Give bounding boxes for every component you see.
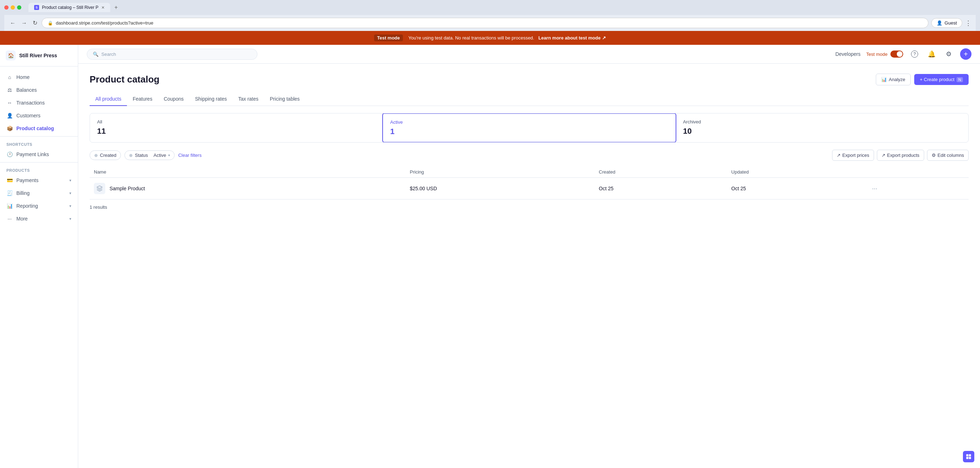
status-filter[interactable]: ⊗ Status Active ▾ bbox=[124, 150, 175, 160]
traffic-lights bbox=[4, 5, 21, 10]
tab-title: Product catalog – Still River P bbox=[42, 5, 99, 10]
tab-close-button[interactable]: ✕ bbox=[101, 5, 105, 10]
product-table: Name Pricing Created Updated bbox=[90, 166, 969, 199]
forward-button[interactable]: → bbox=[20, 19, 29, 28]
sidebar-item-balances[interactable]: ⚖ Balances bbox=[0, 84, 78, 96]
help-button[interactable]: ? bbox=[909, 48, 920, 60]
notifications-button[interactable]: 🔔 bbox=[926, 48, 937, 60]
refresh-button[interactable]: ↻ bbox=[31, 18, 39, 28]
new-tab-button[interactable]: + bbox=[111, 3, 121, 12]
product-catalog-icon: 📦 bbox=[6, 125, 13, 132]
browser-menu-button[interactable]: ⋮ bbox=[965, 19, 972, 27]
created-filter[interactable]: ⊕ Created bbox=[90, 150, 121, 160]
tab-pricing-tables[interactable]: Pricing tables bbox=[264, 92, 305, 106]
sidebar: 🏠 Still River Press ⌂ Home ⚖ Balances ↔ … bbox=[0, 45, 78, 468]
sidebar-item-label: Product catalog bbox=[16, 126, 54, 131]
status-card-active-value: 1 bbox=[390, 127, 668, 136]
help-icon: ? bbox=[911, 51, 918, 57]
status-card-archived-value: 10 bbox=[683, 127, 961, 136]
row-menu-button[interactable]: ··· bbox=[869, 183, 880, 194]
product-icon bbox=[94, 183, 105, 194]
edit-columns-button[interactable]: ⚙ Edit columns bbox=[927, 150, 969, 161]
guest-button[interactable]: 👤 Guest bbox=[931, 18, 962, 28]
status-cards: All 11 Active 1 Archived 10 bbox=[90, 113, 969, 143]
status-filter-label: Status bbox=[135, 153, 148, 158]
sidebar-item-more[interactable]: ··· More ▾ bbox=[0, 212, 78, 225]
page-title: Product catalog bbox=[90, 74, 159, 85]
status-card-all-value: 11 bbox=[97, 127, 375, 136]
home-icon: ⌂ bbox=[6, 74, 13, 80]
page-header: Product catalog 📊 Analyze + Create produ… bbox=[90, 73, 969, 85]
sidebar-item-reporting[interactable]: 📊 Reporting ▾ bbox=[0, 199, 78, 212]
status-card-archived[interactable]: Archived 10 bbox=[676, 113, 968, 142]
sidebar-item-payments[interactable]: 💳 Payments ▾ bbox=[0, 174, 78, 187]
results-count: 1 results bbox=[90, 204, 969, 210]
export-products-icon: ↗ bbox=[881, 153, 885, 158]
add-button[interactable]: + bbox=[960, 48, 972, 60]
address-bar-container: ← → ↻ 🔒 dashboard.stripe.com/test/produc… bbox=[4, 15, 976, 31]
sidebar-item-product-catalog[interactable]: 📦 Product catalog bbox=[0, 122, 78, 135]
back-button[interactable]: ← bbox=[8, 19, 17, 28]
search-box[interactable]: 🔍 Search bbox=[87, 49, 258, 60]
chevron-down-icon: ▾ bbox=[69, 204, 72, 209]
chevron-down-icon: ▾ bbox=[168, 153, 170, 157]
tab-features[interactable]: Features bbox=[127, 92, 158, 106]
table-row[interactable]: Sample Product $25.00 USD Oct 25 Oct 25 … bbox=[90, 178, 969, 199]
product-name: Sample Product bbox=[110, 186, 145, 191]
minimize-window-button[interactable] bbox=[11, 5, 15, 10]
table-body: Sample Product $25.00 USD Oct 25 Oct 25 … bbox=[90, 178, 969, 199]
learn-more-link[interactable]: Learn more about test mode ↗ bbox=[538, 35, 606, 41]
svg-rect-0 bbox=[966, 454, 968, 456]
clear-filters-button[interactable]: Clear filters bbox=[178, 153, 202, 158]
sidebar-item-label: Customers bbox=[16, 113, 41, 118]
tab-shipping-rates[interactable]: Shipping rates bbox=[189, 92, 232, 106]
product-tabs: All products Features Coupons Shipping r… bbox=[90, 92, 969, 106]
product-created: Oct 25 bbox=[595, 178, 727, 199]
tab-all-products[interactable]: All products bbox=[90, 92, 127, 106]
chevron-down-icon: ▾ bbox=[69, 216, 72, 221]
export-prices-button[interactable]: ↗ Export prices bbox=[832, 150, 874, 161]
analyze-button[interactable]: 📊 Analyze bbox=[876, 73, 911, 85]
filters-right-actions: ↗ Export prices ↗ Export products ⚙ Edit… bbox=[832, 150, 969, 161]
sidebar-item-transactions[interactable]: ↔ Transactions bbox=[0, 96, 78, 109]
sidebar-item-label: Home bbox=[16, 74, 30, 80]
tab-coupons[interactable]: Coupons bbox=[158, 92, 189, 106]
page-content: Product catalog 📊 Analyze + Create produ… bbox=[78, 64, 980, 468]
status-card-active[interactable]: Active 1 bbox=[382, 113, 676, 143]
test-mode-switch[interactable] bbox=[890, 51, 903, 57]
export-products-button[interactable]: ↗ Export products bbox=[877, 150, 924, 161]
sidebar-item-label: Payments bbox=[16, 177, 38, 183]
sidebar-item-home[interactable]: ⌂ Home bbox=[0, 71, 78, 84]
create-product-button[interactable]: + Create product N bbox=[914, 74, 969, 85]
col-updated: Updated bbox=[727, 166, 865, 178]
test-mode-label: Test mode bbox=[866, 52, 888, 57]
main-area: 🔍 Search Developers Test mode ? 🔔 bbox=[78, 45, 980, 468]
shortcuts-label: Shortcuts bbox=[0, 138, 78, 148]
product-name-cell: Sample Product bbox=[94, 183, 401, 194]
col-created: Created bbox=[595, 166, 727, 178]
col-name: Name bbox=[90, 166, 406, 178]
sidebar-item-payment-links[interactable]: 🕐 Payment Links bbox=[0, 148, 78, 161]
bell-icon: 🔔 bbox=[928, 50, 935, 58]
tab-tax-rates[interactable]: Tax rates bbox=[232, 92, 264, 106]
app-layout: 🏠 Still River Press ⌂ Home ⚖ Balances ↔ … bbox=[0, 45, 980, 468]
settings-button[interactable]: ⚙ bbox=[943, 48, 955, 60]
sidebar-nav: ⌂ Home ⚖ Balances ↔ Transactions 👤 Custo… bbox=[0, 67, 78, 229]
sidebar-item-label: More bbox=[16, 216, 28, 221]
top-header: 🔍 Search Developers Test mode ? 🔔 bbox=[78, 45, 980, 64]
chevron-down-icon: ▾ bbox=[69, 178, 72, 183]
payments-icon: 💳 bbox=[6, 177, 13, 183]
maximize-window-button[interactable] bbox=[17, 5, 21, 10]
active-tab[interactable]: S Product catalog – Still River P ✕ bbox=[29, 3, 110, 12]
brand-icon: 🏠 bbox=[6, 51, 16, 60]
sidebar-item-customers[interactable]: 👤 Customers bbox=[0, 109, 78, 122]
developers-link[interactable]: Developers bbox=[835, 51, 861, 57]
status-card-all[interactable]: All 11 bbox=[90, 113, 383, 142]
sidebar-item-billing[interactable]: 🧾 Billing ▾ bbox=[0, 187, 78, 199]
created-filter-label: Created bbox=[100, 153, 116, 158]
export-prices-icon: ↗ bbox=[837, 153, 841, 158]
close-window-button[interactable] bbox=[4, 5, 8, 10]
address-bar[interactable]: 🔒 dashboard.stripe.com/test/products?act… bbox=[41, 18, 928, 28]
status-card-archived-label: Archived bbox=[683, 119, 961, 124]
bottom-right-widget[interactable] bbox=[963, 451, 974, 462]
